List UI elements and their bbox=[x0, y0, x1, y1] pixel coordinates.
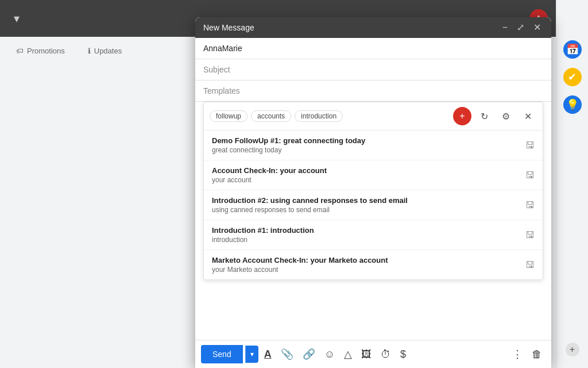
to-value: AnnaMarie bbox=[203, 44, 242, 53]
attach-button[interactable]: 📎 bbox=[277, 347, 297, 362]
template-item-3[interactable]: Introduction #1: introduction introducti… bbox=[204, 220, 543, 250]
tag-accounts[interactable]: accounts bbox=[251, 110, 291, 122]
compose-title: New Message bbox=[203, 23, 254, 32]
template-content-3: Introduction #1: introduction introducti… bbox=[212, 226, 525, 244]
promotions-label: Promotions bbox=[27, 47, 65, 55]
format-text-icon: A bbox=[264, 348, 272, 360]
template-edit-icon-4[interactable]: 🖫 bbox=[525, 260, 535, 270]
compose-body[interactable] bbox=[195, 280, 551, 340]
add-template-button[interactable]: + bbox=[453, 107, 471, 125]
templates-dropdown: followup accounts introduction + ↻ ⚙ ✕ D… bbox=[203, 102, 543, 280]
dollar-icon: $ bbox=[400, 348, 406, 360]
compose-toolbar: Send ▾ A 📎 🔗 ☺ △ 🖼 ⏱ $ ⋮ bbox=[195, 340, 551, 368]
lock-timer-icon: ⏱ bbox=[381, 348, 391, 360]
templates-list: Demo FollowUp #1: great connecting today… bbox=[204, 131, 543, 279]
add-sidebar-icon[interactable]: + bbox=[566, 343, 579, 356]
more-options-button[interactable]: ⋮ bbox=[509, 347, 526, 362]
promotions-icon: 🏷 bbox=[16, 47, 24, 55]
attach-icon: 📎 bbox=[281, 348, 293, 360]
link-icon: 🔗 bbox=[303, 348, 315, 360]
calendar-icon[interactable]: 📅 bbox=[563, 40, 582, 59]
template-content-2: Introduction #2: using canned responses … bbox=[212, 196, 525, 214]
template-subtitle-2: using canned responses to send email bbox=[212, 206, 525, 214]
template-content-4: Marketo Account Check-In: your Marketo a… bbox=[212, 256, 525, 274]
photo-button[interactable]: 🖼 bbox=[358, 347, 375, 362]
template-title-0: Demo FollowUp #1: great connecting today bbox=[212, 136, 525, 145]
compose-header: New Message − ⤢ ✕ bbox=[195, 17, 551, 38]
template-content-1: Account Check-In: your account your acco… bbox=[212, 166, 525, 184]
template-item-4[interactable]: Marketo Account Check-In: your Marketo a… bbox=[204, 250, 543, 279]
send-button[interactable]: Send bbox=[201, 345, 243, 363]
emoji-icon: ☺ bbox=[324, 348, 335, 360]
compose-window: New Message − ⤢ ✕ AnnaMarie Subject Temp… bbox=[195, 17, 551, 368]
template-content-0: Demo FollowUp #1: great connecting today… bbox=[212, 136, 525, 154]
expand-button[interactable]: ⤢ bbox=[514, 22, 527, 33]
discard-button[interactable]: 🗑 bbox=[528, 347, 546, 362]
template-edit-icon-2[interactable]: 🖫 bbox=[525, 200, 535, 210]
template-edit-icon-1[interactable]: 🖫 bbox=[525, 170, 535, 181]
template-subtitle-3: introduction bbox=[212, 236, 525, 244]
tag-chips-container: followup accounts introduction bbox=[210, 110, 450, 122]
updates-label: Updates bbox=[94, 47, 122, 55]
dropdown-chevron-icon[interactable]: ▾ bbox=[14, 12, 20, 25]
template-item-0[interactable]: Demo FollowUp #1: great connecting today… bbox=[204, 131, 543, 160]
tab-promotions[interactable]: 🏷 Promotions bbox=[9, 42, 72, 60]
send-dropdown-button[interactable]: ▾ bbox=[245, 346, 258, 363]
template-title-3: Introduction #1: introduction bbox=[212, 226, 525, 235]
compose-header-actions: − ⤢ ✕ bbox=[500, 22, 543, 33]
templates-field[interactable]: Templates bbox=[195, 80, 551, 102]
settings-templates-button[interactable]: ⚙ bbox=[497, 107, 515, 125]
templates-placeholder: Templates bbox=[203, 86, 240, 95]
updates-info-icon: ℹ bbox=[88, 47, 91, 55]
drive-icon: △ bbox=[344, 348, 352, 360]
template-item-1[interactable]: Account Check-In: your account your acco… bbox=[204, 160, 543, 190]
emoji-button[interactable]: ☺ bbox=[321, 347, 338, 362]
close-compose-button[interactable]: ✕ bbox=[531, 22, 543, 33]
keep-icon[interactable]: 💡 bbox=[563, 95, 582, 114]
templates-search-bar: followup accounts introduction + ↻ ⚙ ✕ bbox=[204, 102, 543, 131]
lock-timer-button[interactable]: ⏱ bbox=[377, 347, 394, 362]
tab-updates[interactable]: ℹ Updates bbox=[81, 42, 129, 60]
link-button[interactable]: 🔗 bbox=[299, 347, 319, 362]
tasks-icon[interactable]: ✔ bbox=[563, 68, 582, 86]
right-sidebar: 📅 ✔ 💡 + bbox=[556, 0, 588, 368]
refresh-templates-button[interactable]: ↻ bbox=[475, 107, 493, 125]
dollar-button[interactable]: $ bbox=[397, 347, 409, 362]
more-icon: ⋮ bbox=[512, 348, 523, 360]
format-text-button[interactable]: A bbox=[261, 347, 275, 362]
subject-placeholder: Subject bbox=[203, 65, 230, 74]
template-item-2[interactable]: Introduction #2: using canned responses … bbox=[204, 190, 543, 220]
drive-button[interactable]: △ bbox=[341, 347, 355, 362]
template-title-2: Introduction #2: using canned responses … bbox=[212, 196, 525, 205]
template-title-4: Marketo Account Check-In: your Marketo a… bbox=[212, 256, 525, 264]
template-edit-icon-0[interactable]: 🖫 bbox=[525, 140, 535, 151]
subject-field[interactable]: Subject bbox=[195, 59, 551, 80]
tag-followup[interactable]: followup bbox=[210, 110, 247, 122]
to-field[interactable]: AnnaMarie bbox=[195, 38, 551, 59]
template-subtitle-1: your account bbox=[212, 176, 525, 184]
photo-icon: 🖼 bbox=[361, 348, 372, 360]
trash-icon: 🗑 bbox=[532, 348, 542, 360]
tag-introduction[interactable]: introduction bbox=[295, 110, 343, 122]
template-subtitle-4: your Marketo account bbox=[212, 266, 525, 274]
template-subtitle-0: great connecting today bbox=[212, 146, 525, 154]
template-edit-icon-3[interactable]: 🖫 bbox=[525, 230, 535, 240]
minimize-button[interactable]: − bbox=[500, 22, 510, 33]
template-title-1: Account Check-In: your account bbox=[212, 166, 525, 175]
close-templates-button[interactable]: ✕ bbox=[519, 107, 537, 125]
